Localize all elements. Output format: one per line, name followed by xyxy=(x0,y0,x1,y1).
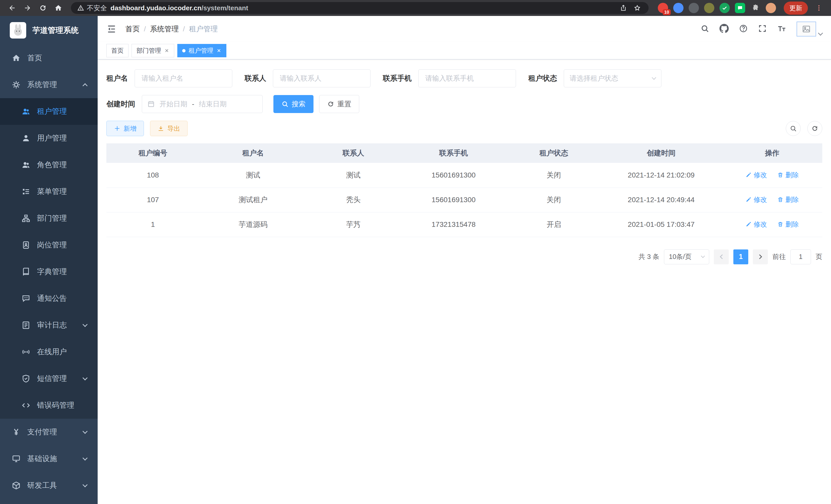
sidebar-item-dict[interactable]: 字典管理 xyxy=(0,259,98,285)
status-select[interactable]: 请选择租户状态 xyxy=(564,69,661,87)
search-button-label: 搜索 xyxy=(292,99,306,109)
share-button[interactable] xyxy=(618,3,629,13)
tenant-name-input[interactable] xyxy=(135,69,232,87)
sidebar-item-error-code[interactable]: 错误码管理 xyxy=(0,392,98,419)
sidebar-item-sms[interactable]: 短信管理 xyxy=(0,365,98,392)
cell-tenant-name: 测试 xyxy=(199,163,307,187)
delete-button[interactable]: 删除 xyxy=(777,171,799,180)
profile-avatar[interactable] xyxy=(766,3,776,13)
date-range-picker[interactable]: 开始日期 - 结束日期 xyxy=(142,95,263,113)
home-button[interactable] xyxy=(52,2,65,14)
fullscreen-button[interactable] xyxy=(758,24,767,34)
user-menu[interactable] xyxy=(797,22,822,36)
sidebar-item-label: 基础设施 xyxy=(27,454,57,464)
extension-icon-globe[interactable] xyxy=(689,3,699,13)
navbar-actions xyxy=(700,22,822,36)
extension-icon-olive[interactable] xyxy=(704,3,714,13)
contact-label: 联系人 xyxy=(245,73,266,83)
delete-button[interactable]: 删除 xyxy=(777,195,799,204)
sidebar-item-infra[interactable]: 基础设施 xyxy=(0,445,98,472)
github-icon xyxy=(719,24,729,33)
tab-home[interactable]: 首页 xyxy=(106,44,128,57)
chevron-down-icon xyxy=(83,429,88,434)
refresh-table-button[interactable] xyxy=(807,121,822,136)
delete-label: 删除 xyxy=(785,171,799,180)
back-button[interactable] xyxy=(6,2,19,14)
url-text: dashboard.yudao.iocoder.cn/system/tenant xyxy=(111,4,248,12)
chat-icon xyxy=(737,5,743,11)
goto-page-input[interactable] xyxy=(791,249,811,264)
sidebar-item-audit-log[interactable]: 审计日志 xyxy=(0,312,98,338)
prev-page-button[interactable] xyxy=(714,249,729,264)
security-indicator[interactable]: 不安全 xyxy=(77,4,107,12)
export-button[interactable]: 导出 xyxy=(150,121,188,136)
forward-icon xyxy=(24,4,31,12)
sidebar-item-role[interactable]: 角色管理 xyxy=(0,152,98,178)
rabbit-icon xyxy=(11,24,25,37)
toggle-search-button[interactable] xyxy=(786,121,801,136)
column-header: 租户状态 xyxy=(507,143,600,163)
trash-icon xyxy=(777,221,783,227)
sidebar-item-user[interactable]: 用户管理 xyxy=(0,125,98,152)
sidebar-item-system[interactable]: 系统管理 xyxy=(0,71,98,98)
fullscreen-icon xyxy=(758,24,767,33)
extension-icon-blue[interactable] xyxy=(673,3,684,13)
security-label: 不安全 xyxy=(87,4,107,12)
caret-down-icon xyxy=(818,31,823,36)
edit-button[interactable]: 修改 xyxy=(745,195,767,204)
edit-button[interactable]: 修改 xyxy=(745,220,767,229)
next-page-button[interactable] xyxy=(753,249,768,264)
address-bar[interactable]: 不安全 dashboard.yudao.iocoder.cn/system/te… xyxy=(71,2,649,14)
bookmark-button[interactable] xyxy=(632,3,642,13)
sidebar-item-label: 岗位管理 xyxy=(37,240,67,250)
tab-tenant[interactable]: 租户管理 xyxy=(177,44,226,57)
sidebar-item-payment[interactable]: 支付管理 xyxy=(0,419,98,445)
sidebar-item-notice[interactable]: 通知公告 xyxy=(0,285,98,312)
close-icon[interactable] xyxy=(217,48,222,53)
reload-button[interactable] xyxy=(36,2,49,14)
trash-icon xyxy=(777,197,783,203)
add-button[interactable]: 新增 xyxy=(106,121,144,136)
extensions-menu-button[interactable] xyxy=(750,3,761,13)
logo[interactable]: 芋道管理系统 xyxy=(0,16,98,45)
font-size-button[interactable] xyxy=(777,24,786,34)
breadcrumb-system[interactable]: 系统管理 xyxy=(150,24,179,34)
browser-update-button[interactable]: 更新 xyxy=(784,2,808,14)
forward-button[interactable] xyxy=(21,2,34,14)
page-size-select[interactable]: 10条/页 xyxy=(664,249,709,264)
extension-icon-green-square[interactable] xyxy=(735,3,745,13)
extension-icon-green-check[interactable] xyxy=(719,3,730,13)
page-number-button[interactable]: 1 xyxy=(733,249,748,264)
sidebar-item-menu[interactable]: 菜单管理 xyxy=(0,178,98,205)
sidebar-item-post[interactable]: 岗位管理 xyxy=(0,232,98,259)
sidebar: 芋道管理系统 首页 系统管理 租户管理 用户管理 角色管理 xyxy=(0,16,98,504)
sidebar-item-dept[interactable]: 部门管理 xyxy=(0,205,98,232)
tenant-name-label: 租户名 xyxy=(106,73,128,83)
extension-icon-red[interactable]: 10 xyxy=(658,3,668,13)
close-icon[interactable] xyxy=(164,48,169,53)
sidebar-item-home[interactable]: 首页 xyxy=(0,45,98,71)
sidebar-collapse-button[interactable] xyxy=(106,24,117,34)
tab-dept[interactable]: 部门管理 xyxy=(132,44,174,57)
browser-menu-button[interactable] xyxy=(812,2,825,14)
sidebar-item-devtools[interactable]: 研发工具 xyxy=(0,472,98,499)
puzzle-icon xyxy=(751,4,760,12)
cell-contact: 秃头 xyxy=(307,187,400,212)
delete-button[interactable]: 删除 xyxy=(777,220,799,229)
contact-input[interactable] xyxy=(273,69,371,87)
breadcrumb-home[interactable]: 首页 xyxy=(125,24,140,34)
edit-button[interactable]: 修改 xyxy=(745,171,767,180)
header-search-button[interactable] xyxy=(700,24,709,34)
page-content: 租户名 联系人 联系手机 租户状态 请选择租户状态 xyxy=(98,60,831,504)
cell-created: 2021-01-05 17:03:47 xyxy=(600,212,722,237)
sidebar-item-tenant[interactable]: 租户管理 xyxy=(0,98,98,125)
phone-input[interactable] xyxy=(418,69,516,87)
sidebar-item-online-users[interactable]: 在线用户 xyxy=(0,338,98,365)
browser-toolbar: 不安全 dashboard.yudao.iocoder.cn/system/te… xyxy=(0,0,831,16)
reset-button[interactable]: 重置 xyxy=(319,95,359,113)
github-button[interactable] xyxy=(719,24,729,34)
calendar-icon xyxy=(147,100,155,108)
search-button[interactable]: 搜索 xyxy=(274,95,314,113)
help-button[interactable] xyxy=(739,24,748,34)
roles-icon xyxy=(22,160,30,169)
